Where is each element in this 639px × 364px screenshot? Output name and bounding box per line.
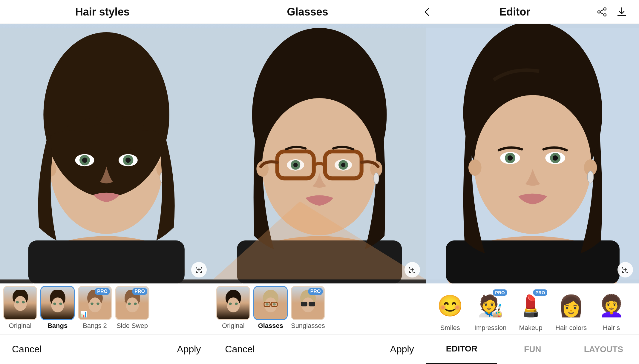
svg-point-38 <box>134 303 137 305</box>
thumb-label-glasses: Glasses <box>258 322 283 330</box>
hair-styles-editor-icon: 👩‍🦱 <box>598 295 624 316</box>
glasses-portrait <box>213 24 426 283</box>
glasses-header: Glasses <box>205 0 410 24</box>
tab-editor[interactable]: EDITOR <box>426 334 497 364</box>
thumb-label-sunglasses: Sunglasses <box>291 322 325 330</box>
editor-title: Editor <box>499 6 530 18</box>
glasses-expand-button[interactable] <box>404 262 420 277</box>
svg-rect-77 <box>446 240 619 283</box>
svg-line-3 <box>600 9 604 11</box>
makeup-icon: 💄 <box>518 295 544 316</box>
back-button[interactable] <box>422 7 433 17</box>
download-button[interactable] <box>616 7 627 17</box>
hair-thumbnails: Original <box>0 283 213 334</box>
pro-badge-impression: PRO <box>493 289 507 296</box>
thumb-label-bangs2: Bangs 2 <box>83 322 107 330</box>
hair-styles-panel: Original <box>0 24 213 364</box>
tool-hair-styles-editor[interactable]: 👩‍🦱 Hair s <box>592 289 631 332</box>
stats-icon-bangs2: 📊 <box>80 311 88 318</box>
svg-point-52 <box>293 163 298 167</box>
tool-makeup-label: Makeup <box>519 324 543 332</box>
app-header: Hair styles Glasses Editor <box>0 0 639 24</box>
svg-point-79 <box>474 95 592 234</box>
svg-point-33 <box>96 303 99 305</box>
thumb-label-bangs: Bangs <box>47 322 68 330</box>
svg-point-26 <box>52 297 64 312</box>
tool-impression-icon-wrap: 🧑‍🎨 PRO <box>474 289 507 322</box>
svg-point-54 <box>374 173 379 184</box>
hair-styles-portrait <box>0 24 213 283</box>
hair-expand-button[interactable] <box>191 262 207 277</box>
tab-fun[interactable]: FUN <box>497 334 568 364</box>
main-content: Original <box>0 24 639 364</box>
svg-point-60 <box>235 303 238 305</box>
tool-smiles[interactable]: 😊 Smiles <box>431 289 470 332</box>
svg-point-31 <box>89 297 101 312</box>
svg-point-88 <box>587 171 593 183</box>
tool-smiles-label: Smiles <box>440 324 460 332</box>
svg-point-28 <box>59 303 62 305</box>
thumb-img-original-hair <box>3 286 37 320</box>
hair-styles-image <box>0 24 213 283</box>
hair-apply-button[interactable]: Apply <box>177 344 201 355</box>
hair-colors-icon: 👩 <box>558 295 584 316</box>
thumb-img-sunglasses: PRO <box>291 286 325 320</box>
svg-point-2 <box>604 14 606 16</box>
thumb-side-swept[interactable]: PRO Side Swep <box>115 286 149 330</box>
tool-makeup[interactable]: 💄 PRO Makeup <box>511 289 550 332</box>
tool-hair-colors-label: Hair colors <box>555 324 587 332</box>
svg-point-80 <box>468 159 482 176</box>
svg-rect-7 <box>28 240 184 283</box>
svg-point-87 <box>553 155 558 161</box>
svg-point-1 <box>598 11 600 13</box>
svg-point-68 <box>273 303 276 306</box>
hair-styles-title: Hair styles <box>75 6 130 18</box>
thumb-bangs[interactable]: Bangs <box>40 286 75 330</box>
svg-point-32 <box>91 303 94 305</box>
svg-rect-72 <box>301 302 307 306</box>
glasses-cancel-button[interactable]: Cancel <box>225 344 255 355</box>
pro-badge-makeup: PRO <box>533 289 547 296</box>
editor-expand-button[interactable] <box>617 262 633 277</box>
tool-hair-colors-icon-wrap: 👩 <box>555 289 588 322</box>
thumb-original-glasses[interactable]: Original <box>216 286 250 330</box>
tool-impression[interactable]: 🧑‍🎨 PRO Impression <box>471 289 510 332</box>
glasses-apply-button[interactable]: Apply <box>390 344 414 355</box>
thumb-img-side-swept: PRO <box>115 286 149 320</box>
tool-hair-styles-editor-label: Hair s <box>603 324 620 332</box>
glasses-image <box>213 24 426 283</box>
editor-panel: 😊 Smiles 🧑‍🎨 PRO Impression 💄 PRO Makeup <box>426 24 639 364</box>
svg-point-23 <box>22 301 25 303</box>
editor-header: Editor <box>410 0 639 24</box>
hair-styles-header: Hair styles <box>0 0 205 24</box>
editor-tools: 😊 Smiles 🧑‍🎨 PRO Impression 💄 PRO Makeup <box>426 283 639 334</box>
hair-cancel-button[interactable]: Cancel <box>12 344 42 355</box>
thumb-bangs2[interactable]: PRO 📊 Bangs 2 <box>78 286 112 330</box>
pro-badge-side-swept: PRO <box>132 288 147 295</box>
thumb-img-original-glasses <box>216 286 250 320</box>
tool-impression-label: Impression <box>474 324 507 332</box>
thumb-label-side-swept: Side Swep <box>117 322 148 330</box>
tab-layouts[interactable]: LAYOUTS <box>568 334 639 364</box>
thumb-glasses[interactable]: Glasses <box>253 286 288 330</box>
editor-header-icons <box>597 7 627 17</box>
impression-icon: 🧑‍🎨 <box>477 295 503 316</box>
tool-hair-styles-icon-wrap: 👩‍🦱 <box>595 289 628 322</box>
svg-point-59 <box>229 303 232 305</box>
svg-point-0 <box>604 8 606 10</box>
svg-point-36 <box>126 297 138 312</box>
thumb-img-glasses <box>253 286 288 320</box>
svg-point-22 <box>16 301 19 303</box>
editor-image <box>426 24 639 283</box>
glasses-panel: Original <box>213 24 426 364</box>
tool-hair-colors[interactable]: 👩 Hair colors <box>552 289 591 332</box>
svg-point-53 <box>341 163 346 167</box>
svg-rect-73 <box>309 302 315 306</box>
tool-smiles-icon-wrap: 😊 <box>434 289 467 322</box>
editor-bottom-tabs: EDITOR FUN LAYOUTS <box>426 334 639 364</box>
thumb-sunglasses[interactable]: PRO Sunglasses <box>291 286 325 330</box>
thumb-label-original-glasses: Original <box>222 322 245 330</box>
svg-point-21 <box>14 296 26 310</box>
share-button[interactable] <box>597 7 607 17</box>
thumb-original-hair[interactable]: Original <box>3 286 37 330</box>
